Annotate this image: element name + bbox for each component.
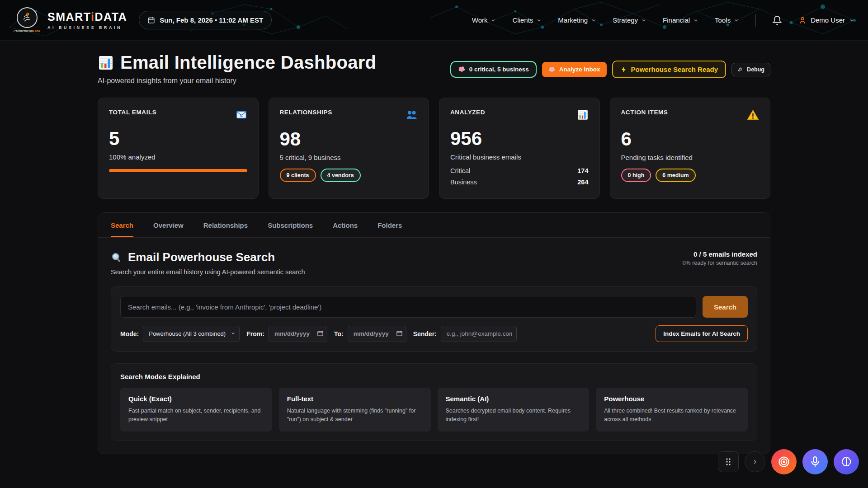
nav-item-clients[interactable]: Clients bbox=[512, 16, 542, 24]
chevron-down-icon bbox=[491, 18, 496, 23]
chevron-down-icon bbox=[536, 18, 542, 23]
stat-label: ANALYZED bbox=[450, 109, 485, 116]
sender-input[interactable] bbox=[441, 326, 517, 342]
microphone-icon bbox=[809, 456, 821, 468]
critical-row: Critical174 bbox=[450, 167, 589, 174]
stat-value: 956 bbox=[450, 128, 589, 150]
calendar-icon bbox=[147, 16, 155, 24]
to-date-input[interactable] bbox=[348, 326, 406, 342]
microphone-button[interactable] bbox=[802, 449, 828, 474]
search-modes-box: Search Modes Explained Quick (Exact) Fas… bbox=[111, 363, 757, 441]
nav-item-marketing[interactable]: Marketing bbox=[558, 16, 596, 24]
search-section-subtitle: Search your entire email history using A… bbox=[111, 268, 305, 276]
logo-label: PrometheanLink bbox=[14, 29, 40, 33]
mode-label: Mode: bbox=[120, 330, 139, 338]
index-emails-button[interactable]: Index Emails for AI Search bbox=[656, 325, 748, 342]
search-tab-content: Email Powerhouse Search Search your enti… bbox=[98, 238, 770, 454]
target-button[interactable] bbox=[771, 449, 797, 474]
stat-label: TOTAL EMAILS bbox=[109, 109, 156, 116]
svg-text:E: E bbox=[240, 113, 243, 117]
brand-text: SMARTiDATA AI BUSINESS BRAIN bbox=[47, 10, 127, 30]
tab-actions[interactable]: Actions bbox=[333, 213, 358, 237]
nav-divider bbox=[755, 14, 756, 27]
from-label: From: bbox=[246, 330, 264, 338]
top-nav: PrometheanLink SMARTiDATA AI BUSINESS BR… bbox=[0, 0, 868, 41]
dashboard-panel: Search Overview Relationships Subscripti… bbox=[98, 212, 770, 454]
header-badges: 0 critical, 5 business Analyze Inbox Pow… bbox=[450, 61, 770, 78]
from-date-input[interactable] bbox=[269, 326, 327, 342]
mode-select[interactable]: Powerhouse (All 3 combined) bbox=[143, 326, 240, 342]
business-row: Business264 bbox=[450, 178, 589, 186]
user-name: Demo User bbox=[811, 16, 845, 24]
mode-card-powerhouse: Powerhouse All three combined! Best resu… bbox=[596, 388, 748, 432]
nav-item-work[interactable]: Work bbox=[472, 16, 496, 24]
chevron-down-icon bbox=[849, 18, 854, 23]
tab-search[interactable]: Search bbox=[111, 213, 133, 237]
analyzed-breakdown: Critical174 Business264 bbox=[450, 167, 589, 186]
floating-action-buttons bbox=[718, 449, 859, 474]
page-title: Email Intelligence Dashboard bbox=[98, 52, 376, 73]
nav-item-financial[interactable]: Financial bbox=[663, 16, 698, 24]
target-icon bbox=[778, 455, 790, 468]
chevron-right-icon bbox=[751, 458, 759, 465]
datetime-text: Sun, Feb 8, 2026 • 11:02 AM EST bbox=[160, 16, 263, 24]
brain-icon bbox=[548, 66, 556, 73]
grid-handle-button[interactable] bbox=[718, 451, 739, 472]
chevron-down-icon bbox=[591, 18, 596, 23]
stat-value: 6 bbox=[621, 128, 760, 150]
search-input[interactable] bbox=[120, 296, 696, 318]
user-menu[interactable]: Demo User bbox=[798, 16, 854, 24]
emails-indexed-count: 0 / 5 emails indexed bbox=[683, 250, 757, 258]
brain-icon bbox=[458, 66, 466, 73]
search-button[interactable]: Search bbox=[703, 296, 748, 318]
brand-title: SMARTiDATA bbox=[47, 10, 127, 23]
nav-item-tools[interactable]: Tools bbox=[715, 16, 739, 24]
search-modes-title: Search Modes Explained bbox=[120, 373, 748, 380]
magnifier-icon bbox=[111, 252, 123, 263]
chevron-down-icon bbox=[641, 18, 646, 23]
tab-relationships[interactable]: Relationships bbox=[203, 213, 248, 237]
nav-item-strategy[interactable]: Strategy bbox=[613, 16, 646, 24]
stat-value: 5 bbox=[109, 128, 247, 150]
stat-card-analyzed: ANALYZED 956 Critical business emails Cr… bbox=[439, 98, 600, 199]
brand-subtitle: AI BUSINESS BRAIN bbox=[47, 25, 127, 30]
ai-brain-button[interactable] bbox=[834, 449, 859, 474]
search-controls-box: Search Mode: Powerhouse (All 3 combined)… bbox=[111, 286, 757, 352]
page-title-block: Email Intelligence Dashboard AI-powered … bbox=[98, 52, 376, 85]
page-subtitle: AI-powered insights from your email hist… bbox=[98, 77, 376, 85]
bar-chart-icon bbox=[98, 55, 114, 71]
user-icon bbox=[798, 16, 807, 24]
analyzed-progress-bar bbox=[109, 169, 247, 172]
stat-subtext: 5 critical, 9 business bbox=[280, 154, 418, 161]
collapse-chevron-button[interactable] bbox=[745, 451, 765, 472]
tab-bar: Search Overview Relationships Subscripti… bbox=[98, 213, 770, 238]
critical-business-badge[interactable]: 0 critical, 5 business bbox=[450, 61, 537, 78]
page-header: Email Intelligence Dashboard AI-powered … bbox=[98, 52, 770, 85]
to-label: To: bbox=[334, 330, 344, 338]
stat-subtext: 100% analyzed bbox=[109, 153, 247, 161]
debug-button[interactable]: Debug bbox=[731, 63, 770, 76]
stat-value: 98 bbox=[280, 128, 418, 150]
high-pill: 0 high bbox=[621, 169, 651, 182]
wrench-icon bbox=[737, 66, 743, 72]
semantic-ready-percent: 0% ready for semantic search bbox=[683, 260, 757, 266]
brand-logo: PrometheanLink bbox=[14, 7, 40, 33]
notifications-bell-icon[interactable] bbox=[772, 15, 782, 25]
chevron-down-icon bbox=[693, 18, 698, 23]
tab-folders[interactable]: Folders bbox=[377, 213, 402, 237]
tab-subscriptions[interactable]: Subscriptions bbox=[268, 213, 313, 237]
stat-cards: TOTAL EMAILS E 5 100% analyzed RELATIONS… bbox=[98, 98, 770, 199]
lightning-icon bbox=[620, 66, 627, 73]
tab-overview[interactable]: Overview bbox=[153, 213, 184, 237]
stat-subtext: Critical business emails bbox=[450, 153, 589, 161]
powerhouse-ready-badge[interactable]: Powerhouse Search Ready bbox=[612, 61, 726, 78]
nav-menu: Work Clients Marketing Strategy Financia… bbox=[472, 14, 854, 27]
stat-label: RELATIONSHIPS bbox=[280, 109, 332, 116]
analyze-inbox-button[interactable]: Analyze Inbox bbox=[542, 62, 607, 77]
search-section-title: Email Powerhouse Search bbox=[111, 250, 305, 264]
clients-pill: 9 clients bbox=[280, 169, 316, 182]
datetime-pill: Sun, Feb 8, 2026 • 11:02 AM EST bbox=[139, 11, 272, 29]
stat-card-action-items: ACTION ITEMS 6 Pending tasks identified … bbox=[610, 98, 771, 199]
medium-pill: 6 medium bbox=[656, 169, 695, 182]
people-icon bbox=[406, 109, 418, 121]
